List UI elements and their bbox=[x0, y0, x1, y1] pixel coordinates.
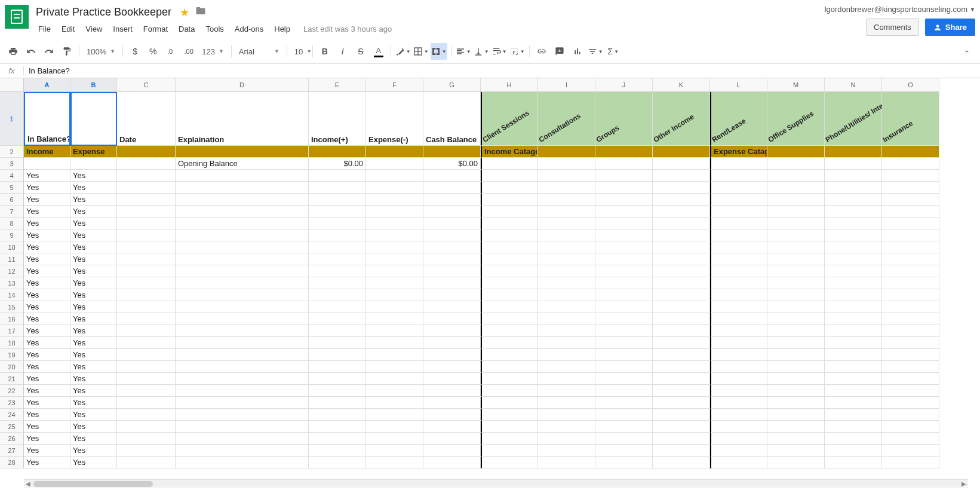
row-header[interactable]: 18 bbox=[0, 337, 24, 349]
cell[interactable] bbox=[366, 433, 423, 445]
cell[interactable] bbox=[481, 182, 538, 194]
row-header[interactable]: 1 bbox=[0, 92, 24, 146]
cell[interactable] bbox=[366, 158, 423, 170]
cell[interactable] bbox=[595, 253, 653, 265]
text-rotation-icon[interactable]: ▼ bbox=[509, 43, 526, 60]
cell[interactable] bbox=[595, 337, 653, 349]
row-header[interactable]: 17 bbox=[0, 325, 24, 337]
cell[interactable] bbox=[767, 301, 825, 313]
cell[interactable] bbox=[423, 182, 481, 194]
cell[interactable] bbox=[176, 289, 309, 301]
cell[interactable] bbox=[423, 349, 481, 361]
cell[interactable]: Yes bbox=[70, 433, 117, 445]
cell[interactable] bbox=[117, 206, 176, 218]
cell[interactable] bbox=[423, 289, 481, 301]
cell[interactable] bbox=[882, 349, 939, 361]
cell[interactable] bbox=[176, 301, 309, 313]
cell[interactable] bbox=[595, 445, 653, 457]
cell[interactable] bbox=[710, 349, 767, 361]
cell[interactable] bbox=[653, 265, 710, 277]
cell[interactable] bbox=[825, 194, 882, 206]
cell[interactable] bbox=[710, 373, 767, 385]
cell[interactable] bbox=[653, 289, 710, 301]
column-header[interactable]: G bbox=[423, 78, 481, 92]
cell[interactable] bbox=[653, 433, 710, 445]
cell[interactable] bbox=[653, 218, 710, 229]
cell[interactable] bbox=[825, 433, 882, 445]
cell[interactable] bbox=[825, 289, 882, 301]
cell[interactable] bbox=[176, 409, 309, 421]
cell[interactable] bbox=[309, 289, 366, 301]
cell[interactable]: Phone/Utilities/ Internet bbox=[825, 92, 882, 146]
cell[interactable] bbox=[117, 194, 176, 206]
column-header[interactable]: L bbox=[710, 78, 767, 92]
cell[interactable] bbox=[538, 206, 595, 218]
cell[interactable] bbox=[710, 301, 767, 313]
cell[interactable] bbox=[767, 457, 825, 468]
cell[interactable] bbox=[538, 361, 595, 373]
paint-format-icon[interactable] bbox=[59, 43, 75, 60]
zoom-select[interactable]: 100%▼ bbox=[83, 43, 119, 60]
cell[interactable] bbox=[653, 373, 710, 385]
cell[interactable] bbox=[882, 194, 939, 206]
row-header[interactable]: 4 bbox=[0, 170, 24, 182]
cell[interactable]: Yes bbox=[24, 421, 70, 433]
cell[interactable] bbox=[366, 277, 423, 289]
cell[interactable] bbox=[366, 194, 423, 206]
cell[interactable] bbox=[882, 445, 939, 457]
row-header[interactable]: 10 bbox=[0, 241, 24, 253]
font-select[interactable]: Arial▼ bbox=[235, 43, 283, 60]
cell[interactable] bbox=[767, 313, 825, 325]
cell[interactable] bbox=[825, 361, 882, 373]
cell[interactable]: Yes bbox=[24, 373, 70, 385]
cell[interactable] bbox=[176, 253, 309, 265]
cell[interactable] bbox=[710, 385, 767, 397]
strikethrough-icon[interactable]: S bbox=[352, 43, 369, 60]
cell[interactable] bbox=[710, 194, 767, 206]
cell[interactable]: Yes bbox=[70, 301, 117, 313]
cell[interactable] bbox=[176, 325, 309, 337]
column-header[interactable]: F bbox=[366, 78, 423, 92]
row-header[interactable]: 21 bbox=[0, 373, 24, 385]
font-size-select[interactable]: 10▼ bbox=[291, 43, 309, 60]
cell[interactable] bbox=[309, 170, 366, 182]
cell[interactable] bbox=[481, 289, 538, 301]
cell[interactable]: Rent/Lease bbox=[710, 92, 767, 146]
cell[interactable] bbox=[117, 385, 176, 397]
cell[interactable] bbox=[481, 445, 538, 457]
text-color-icon[interactable]: A bbox=[370, 43, 387, 60]
row-header[interactable]: 12 bbox=[0, 265, 24, 277]
cell[interactable] bbox=[117, 349, 176, 361]
cell[interactable] bbox=[882, 313, 939, 325]
cell[interactable] bbox=[653, 277, 710, 289]
cell[interactable] bbox=[882, 385, 939, 397]
cell[interactable]: Yes bbox=[70, 373, 117, 385]
cell[interactable] bbox=[538, 158, 595, 170]
cell[interactable] bbox=[882, 457, 939, 468]
cell[interactable] bbox=[117, 146, 176, 158]
cell[interactable] bbox=[538, 385, 595, 397]
cell[interactable] bbox=[710, 218, 767, 229]
cell[interactable] bbox=[309, 409, 366, 421]
cell[interactable] bbox=[767, 397, 825, 409]
cell[interactable]: Yes bbox=[24, 194, 70, 206]
vertical-align-icon[interactable]: ▼ bbox=[473, 43, 490, 60]
cell[interactable] bbox=[176, 170, 309, 182]
scroll-right-icon[interactable]: ▶ bbox=[960, 480, 968, 487]
cell[interactable] bbox=[309, 313, 366, 325]
cell[interactable] bbox=[309, 277, 366, 289]
cell[interactable] bbox=[710, 409, 767, 421]
cell[interactable] bbox=[366, 229, 423, 241]
cell[interactable] bbox=[366, 218, 423, 229]
cell[interactable] bbox=[70, 158, 117, 170]
redo-icon[interactable] bbox=[41, 43, 57, 60]
undo-icon[interactable] bbox=[23, 43, 39, 60]
cell[interactable] bbox=[825, 241, 882, 253]
cell[interactable] bbox=[481, 277, 538, 289]
menu-data[interactable]: Data bbox=[174, 22, 199, 36]
cell[interactable] bbox=[176, 373, 309, 385]
cell[interactable] bbox=[176, 349, 309, 361]
cell[interactable] bbox=[653, 361, 710, 373]
cell[interactable] bbox=[882, 325, 939, 337]
cell[interactable] bbox=[176, 397, 309, 409]
